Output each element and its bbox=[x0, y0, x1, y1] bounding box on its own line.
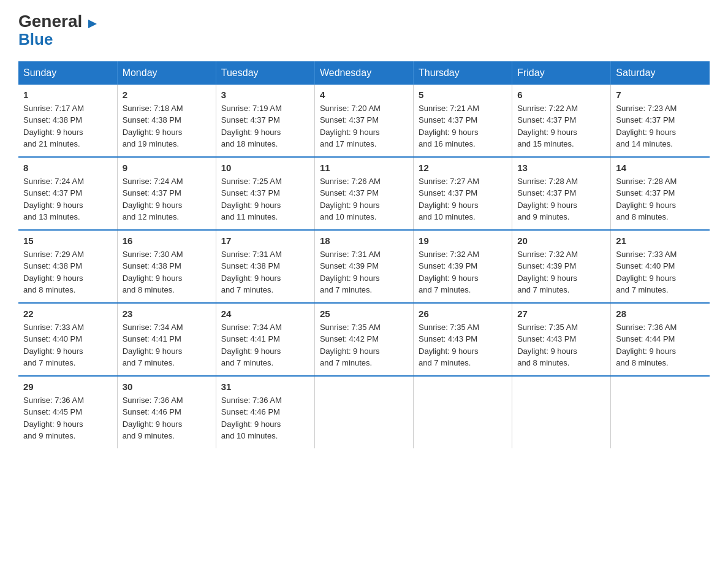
day-info: Sunrise: 7:24 AMSunset: 4:37 PMDaylight:… bbox=[23, 175, 112, 223]
day-number: 25 bbox=[320, 308, 408, 319]
day-number: 26 bbox=[419, 308, 507, 319]
weekday-header-saturday: Saturday bbox=[611, 61, 710, 85]
day-info: Sunrise: 7:33 AMSunset: 4:40 PMDaylight:… bbox=[616, 248, 705, 296]
day-info: Sunrise: 7:22 AMSunset: 4:37 PMDaylight:… bbox=[517, 102, 605, 150]
day-info: Sunrise: 7:28 AMSunset: 4:37 PMDaylight:… bbox=[616, 175, 705, 223]
logo: General Blue bbox=[18, 12, 88, 49]
logo-blue: Blue bbox=[18, 30, 53, 49]
day-info: Sunrise: 7:36 AMSunset: 4:46 PMDaylight:… bbox=[221, 394, 309, 442]
weekday-header-tuesday: Tuesday bbox=[216, 61, 314, 85]
day-info: Sunrise: 7:36 AMSunset: 4:46 PMDaylight:… bbox=[123, 394, 211, 442]
calendar-cell: 19Sunrise: 7:32 AMSunset: 4:39 PMDayligh… bbox=[414, 230, 512, 303]
day-number: 13 bbox=[517, 163, 605, 173]
calendar-cell: 14Sunrise: 7:28 AMSunset: 4:37 PMDayligh… bbox=[611, 157, 710, 230]
day-number: 31 bbox=[221, 381, 309, 392]
calendar-cell: 23Sunrise: 7:34 AMSunset: 4:41 PMDayligh… bbox=[117, 303, 216, 376]
day-number: 4 bbox=[320, 90, 408, 100]
calendar-cell: 6Sunrise: 7:22 AMSunset: 4:37 PMDaylight… bbox=[512, 85, 611, 157]
calendar-cell: 21Sunrise: 7:33 AMSunset: 4:40 PMDayligh… bbox=[611, 230, 710, 303]
day-number: 12 bbox=[419, 163, 507, 173]
calendar-cell: 29Sunrise: 7:36 AMSunset: 4:45 PMDayligh… bbox=[18, 376, 117, 448]
day-info: Sunrise: 7:23 AMSunset: 4:37 PMDaylight:… bbox=[616, 102, 705, 150]
day-number: 6 bbox=[517, 90, 605, 100]
day-number: 14 bbox=[616, 163, 705, 173]
calendar-cell: 26Sunrise: 7:35 AMSunset: 4:43 PMDayligh… bbox=[414, 303, 512, 376]
calendar-cell: 18Sunrise: 7:31 AMSunset: 4:39 PMDayligh… bbox=[314, 230, 413, 303]
day-number: 30 bbox=[123, 381, 211, 392]
calendar-cell: 11Sunrise: 7:26 AMSunset: 4:37 PMDayligh… bbox=[314, 157, 413, 230]
logo-triangle-icon bbox=[88, 20, 97, 28]
calendar-cell: 7Sunrise: 7:23 AMSunset: 4:37 PMDaylight… bbox=[611, 85, 710, 157]
day-number: 22 bbox=[23, 308, 112, 319]
day-info: Sunrise: 7:35 AMSunset: 4:43 PMDaylight:… bbox=[419, 321, 507, 369]
calendar-cell: 5Sunrise: 7:21 AMSunset: 4:37 PMDaylight… bbox=[414, 85, 512, 157]
calendar-cell: 3Sunrise: 7:19 AMSunset: 4:37 PMDaylight… bbox=[216, 85, 314, 157]
day-info: Sunrise: 7:34 AMSunset: 4:41 PMDaylight:… bbox=[123, 321, 211, 369]
day-info: Sunrise: 7:31 AMSunset: 4:38 PMDaylight:… bbox=[221, 248, 309, 296]
day-info: Sunrise: 7:27 AMSunset: 4:37 PMDaylight:… bbox=[419, 175, 507, 223]
calendar-cell: 20Sunrise: 7:32 AMSunset: 4:39 PMDayligh… bbox=[512, 230, 611, 303]
day-info: Sunrise: 7:21 AMSunset: 4:37 PMDaylight:… bbox=[419, 102, 507, 150]
day-info: Sunrise: 7:35 AMSunset: 4:42 PMDaylight:… bbox=[320, 321, 408, 369]
day-number: 16 bbox=[123, 236, 211, 246]
calendar-week-row: 1Sunrise: 7:17 AMSunset: 4:38 PMDaylight… bbox=[18, 85, 710, 157]
day-number: 27 bbox=[517, 308, 605, 319]
calendar-cell: 2Sunrise: 7:18 AMSunset: 4:38 PMDaylight… bbox=[117, 85, 216, 157]
calendar-cell bbox=[611, 376, 710, 448]
day-number: 28 bbox=[616, 308, 705, 319]
calendar-cell: 13Sunrise: 7:28 AMSunset: 4:37 PMDayligh… bbox=[512, 157, 611, 230]
day-info: Sunrise: 7:32 AMSunset: 4:39 PMDaylight:… bbox=[419, 248, 507, 296]
calendar-cell: 27Sunrise: 7:35 AMSunset: 4:43 PMDayligh… bbox=[512, 303, 611, 376]
weekday-header-monday: Monday bbox=[117, 61, 216, 85]
day-info: Sunrise: 7:32 AMSunset: 4:39 PMDaylight:… bbox=[517, 248, 605, 296]
day-info: Sunrise: 7:19 AMSunset: 4:37 PMDaylight:… bbox=[221, 102, 309, 150]
calendar-table: SundayMondayTuesdayWednesdayThursdayFrid… bbox=[18, 61, 710, 448]
calendar-cell bbox=[414, 376, 512, 448]
calendar-cell: 9Sunrise: 7:24 AMSunset: 4:37 PMDaylight… bbox=[117, 157, 216, 230]
calendar-cell: 17Sunrise: 7:31 AMSunset: 4:38 PMDayligh… bbox=[216, 230, 314, 303]
calendar-cell: 22Sunrise: 7:33 AMSunset: 4:40 PMDayligh… bbox=[18, 303, 117, 376]
day-number: 1 bbox=[23, 90, 112, 100]
day-number: 17 bbox=[221, 236, 309, 246]
day-number: 15 bbox=[23, 236, 112, 246]
day-info: Sunrise: 7:17 AMSunset: 4:38 PMDaylight:… bbox=[23, 102, 112, 150]
weekday-header-thursday: Thursday bbox=[414, 61, 512, 85]
calendar-cell: 31Sunrise: 7:36 AMSunset: 4:46 PMDayligh… bbox=[216, 376, 314, 448]
calendar-cell bbox=[512, 376, 611, 448]
day-info: Sunrise: 7:24 AMSunset: 4:37 PMDaylight:… bbox=[123, 175, 211, 223]
day-number: 20 bbox=[517, 236, 605, 246]
calendar-week-row: 15Sunrise: 7:29 AMSunset: 4:38 PMDayligh… bbox=[18, 230, 710, 303]
calendar-header-row: SundayMondayTuesdayWednesdayThursdayFrid… bbox=[18, 61, 710, 85]
day-info: Sunrise: 7:34 AMSunset: 4:41 PMDaylight:… bbox=[221, 321, 309, 369]
calendar-cell bbox=[314, 376, 413, 448]
calendar-cell: 30Sunrise: 7:36 AMSunset: 4:46 PMDayligh… bbox=[117, 376, 216, 448]
day-number: 18 bbox=[320, 236, 408, 246]
svg-marker-0 bbox=[88, 20, 97, 28]
day-number: 7 bbox=[616, 90, 705, 100]
weekday-header-wednesday: Wednesday bbox=[314, 61, 413, 85]
day-number: 9 bbox=[123, 163, 211, 173]
weekday-header-friday: Friday bbox=[512, 61, 611, 85]
day-number: 11 bbox=[320, 163, 408, 173]
calendar-cell: 8Sunrise: 7:24 AMSunset: 4:37 PMDaylight… bbox=[18, 157, 117, 230]
calendar-cell: 28Sunrise: 7:36 AMSunset: 4:44 PMDayligh… bbox=[611, 303, 710, 376]
day-info: Sunrise: 7:35 AMSunset: 4:43 PMDaylight:… bbox=[517, 321, 605, 369]
day-number: 5 bbox=[419, 90, 507, 100]
calendar-cell: 1Sunrise: 7:17 AMSunset: 4:38 PMDaylight… bbox=[18, 85, 117, 157]
day-info: Sunrise: 7:26 AMSunset: 4:37 PMDaylight:… bbox=[320, 175, 408, 223]
day-number: 19 bbox=[419, 236, 507, 246]
day-info: Sunrise: 7:29 AMSunset: 4:38 PMDaylight:… bbox=[23, 248, 112, 296]
day-info: Sunrise: 7:36 AMSunset: 4:44 PMDaylight:… bbox=[616, 321, 705, 369]
calendar-cell: 16Sunrise: 7:30 AMSunset: 4:38 PMDayligh… bbox=[117, 230, 216, 303]
calendar-body: 1Sunrise: 7:17 AMSunset: 4:38 PMDaylight… bbox=[18, 85, 710, 448]
weekday-header-sunday: Sunday bbox=[18, 61, 117, 85]
day-number: 29 bbox=[23, 381, 112, 392]
page-header: General Blue bbox=[18, 12, 710, 49]
day-info: Sunrise: 7:18 AMSunset: 4:38 PMDaylight:… bbox=[123, 102, 211, 150]
calendar-cell: 10Sunrise: 7:25 AMSunset: 4:37 PMDayligh… bbox=[216, 157, 314, 230]
day-number: 21 bbox=[616, 236, 705, 246]
calendar-week-row: 8Sunrise: 7:24 AMSunset: 4:37 PMDaylight… bbox=[18, 157, 710, 230]
day-number: 10 bbox=[221, 163, 309, 173]
calendar-cell: 12Sunrise: 7:27 AMSunset: 4:37 PMDayligh… bbox=[414, 157, 512, 230]
calendar-cell: 4Sunrise: 7:20 AMSunset: 4:37 PMDaylight… bbox=[314, 85, 413, 157]
